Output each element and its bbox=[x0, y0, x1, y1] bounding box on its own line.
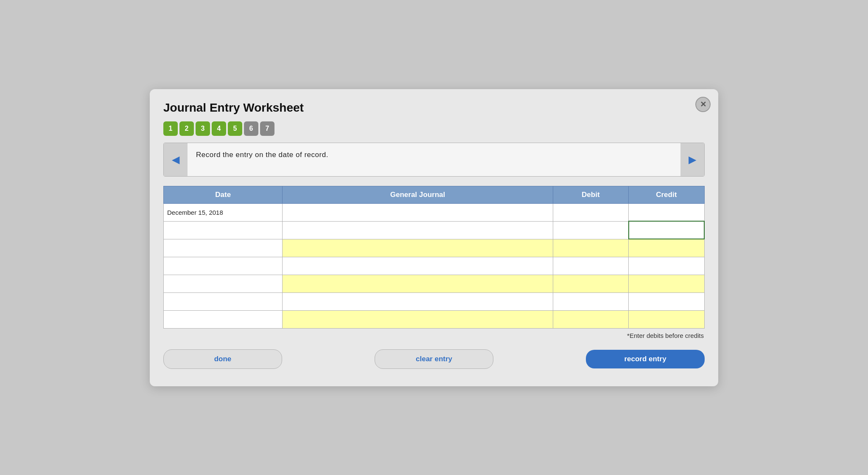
date-cell-1 bbox=[164, 221, 283, 239]
debit-cell-4[interactable] bbox=[553, 275, 628, 292]
credit-cell-0[interactable] bbox=[629, 203, 704, 221]
date-cell-2 bbox=[164, 239, 283, 257]
debit-input-0[interactable] bbox=[553, 204, 628, 221]
credit-input-2[interactable] bbox=[629, 239, 704, 257]
table-row bbox=[164, 221, 705, 239]
hint-text: *Enter debits before credits bbox=[163, 332, 705, 339]
journal-input-6[interactable] bbox=[283, 311, 552, 328]
debit-cell-2[interactable] bbox=[553, 239, 628, 257]
journal-cell-2[interactable] bbox=[283, 239, 553, 257]
table-row bbox=[164, 239, 705, 257]
instruction-box: ◀ Record the entry on the date of record… bbox=[163, 143, 705, 177]
journal-cell-4[interactable] bbox=[283, 275, 553, 292]
journal-cell-6[interactable] bbox=[283, 310, 553, 328]
record-entry-button[interactable]: record entry bbox=[586, 350, 705, 368]
tab-7[interactable]: 7 bbox=[260, 121, 274, 136]
credit-input-6[interactable] bbox=[629, 311, 704, 328]
debit-input-2[interactable] bbox=[553, 239, 628, 257]
instruction-text: Record the entry on the date of record. bbox=[188, 143, 680, 176]
table-row bbox=[164, 257, 705, 275]
credit-input-0[interactable] bbox=[629, 204, 704, 221]
done-button[interactable]: done bbox=[163, 349, 282, 369]
header-credit: Credit bbox=[629, 186, 704, 203]
debit-input-1[interactable] bbox=[553, 222, 628, 239]
debit-input-5[interactable] bbox=[553, 293, 628, 310]
credit-input-1[interactable] bbox=[629, 222, 704, 239]
credit-cell-4[interactable] bbox=[629, 275, 704, 292]
journal-input-2[interactable] bbox=[283, 239, 552, 257]
credit-input-4[interactable] bbox=[629, 275, 704, 292]
credit-input-3[interactable] bbox=[629, 257, 704, 275]
dialog-title: Journal Entry Worksheet bbox=[163, 101, 705, 115]
journal-input-0[interactable] bbox=[283, 204, 552, 221]
credit-cell-6[interactable] bbox=[629, 310, 704, 328]
tab-4[interactable]: 4 bbox=[212, 121, 226, 136]
table-row bbox=[164, 275, 705, 292]
tab-5[interactable]: 5 bbox=[228, 121, 242, 136]
close-button[interactable]: ✕ bbox=[695, 97, 711, 112]
tab-bar: 1234567 bbox=[163, 121, 705, 136]
debit-cell-5[interactable] bbox=[553, 292, 628, 310]
date-cell-4 bbox=[164, 275, 283, 292]
debit-cell-3[interactable] bbox=[553, 257, 628, 275]
credit-cell-1[interactable] bbox=[629, 221, 704, 239]
date-cell-0: December 15, 2018 bbox=[164, 203, 283, 221]
journal-input-5[interactable] bbox=[283, 293, 552, 310]
date-cell-5 bbox=[164, 292, 283, 310]
credit-cell-3[interactable] bbox=[629, 257, 704, 275]
journal-cell-0[interactable] bbox=[283, 203, 553, 221]
journal-entry-dialog: ✕ Journal Entry Worksheet 1234567 ◀ Reco… bbox=[150, 89, 718, 386]
debit-input-4[interactable] bbox=[553, 275, 628, 292]
journal-cell-3[interactable] bbox=[283, 257, 553, 275]
clear-entry-button[interactable]: clear entry bbox=[375, 349, 493, 369]
table-row bbox=[164, 310, 705, 328]
debit-cell-6[interactable] bbox=[553, 310, 628, 328]
table-row: December 15, 2018 bbox=[164, 203, 705, 221]
table-header-row: Date General Journal Debit Credit bbox=[164, 186, 705, 203]
prev-button[interactable]: ◀ bbox=[164, 143, 188, 176]
date-cell-3 bbox=[164, 257, 283, 275]
debit-cell-1[interactable] bbox=[553, 221, 628, 239]
journal-cell-5[interactable] bbox=[283, 292, 553, 310]
credit-input-5[interactable] bbox=[629, 293, 704, 310]
journal-input-1[interactable] bbox=[283, 222, 552, 239]
tab-2[interactable]: 2 bbox=[179, 121, 194, 136]
header-general-journal: General Journal bbox=[283, 186, 553, 203]
tab-3[interactable]: 3 bbox=[196, 121, 210, 136]
table-row bbox=[164, 292, 705, 310]
journal-input-4[interactable] bbox=[283, 275, 552, 292]
date-cell-6 bbox=[164, 310, 283, 328]
header-date: Date bbox=[164, 186, 283, 203]
debit-input-6[interactable] bbox=[553, 311, 628, 328]
journal-input-3[interactable] bbox=[283, 257, 552, 275]
button-row: done clear entry record entry bbox=[163, 349, 705, 369]
debit-cell-0[interactable] bbox=[553, 203, 628, 221]
credit-cell-5[interactable] bbox=[629, 292, 704, 310]
header-debit: Debit bbox=[553, 186, 628, 203]
tab-6[interactable]: 6 bbox=[244, 121, 258, 136]
debit-input-3[interactable] bbox=[553, 257, 628, 275]
journal-table: Date General Journal Debit Credit Decemb… bbox=[163, 186, 705, 329]
next-button[interactable]: ▶ bbox=[680, 143, 704, 176]
tab-1[interactable]: 1 bbox=[163, 121, 178, 136]
journal-cell-1[interactable] bbox=[283, 221, 553, 239]
credit-cell-2[interactable] bbox=[629, 239, 704, 257]
